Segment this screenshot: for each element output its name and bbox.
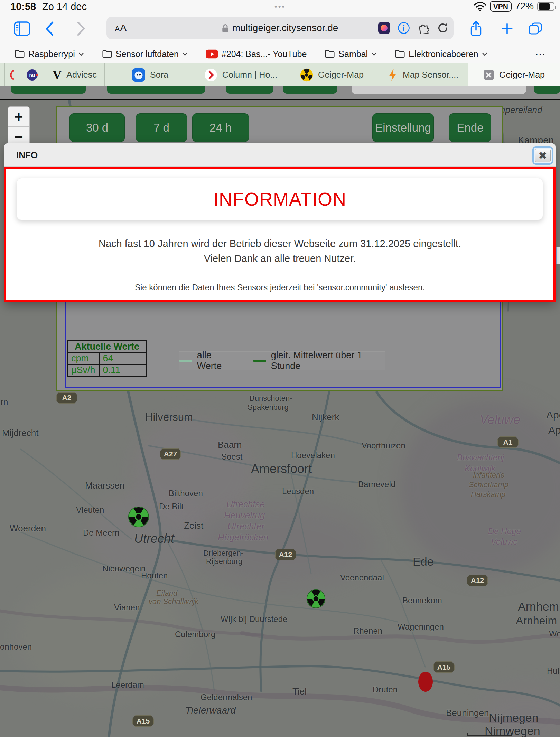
ende-button[interactable]: Ende [449, 113, 491, 142]
favorite-item-4[interactable]: Elektronicaboeren [395, 49, 487, 59]
radiation-sensor-marker[interactable] [306, 589, 326, 608]
extensions-puzzle-icon[interactable] [418, 22, 429, 34]
favorites-more-button[interactable]: ⋯ [535, 48, 546, 60]
shutdown-message: Nach fast 10 Jahren wird der Betrieb die… [6, 236, 553, 266]
battery-percent: 72% [515, 1, 534, 12]
favorite-item-1[interactable]: Sensor luftdaten [102, 49, 188, 59]
new-tab-icon[interactable] [501, 22, 514, 35]
24-h-button[interactable]: 24 h [192, 113, 249, 142]
30-d-button[interactable]: 30 d [69, 113, 125, 142]
map-label: Arnheim [516, 614, 557, 627]
extension-app-icon[interactable] [378, 22, 390, 34]
tab-overview-icon[interactable] [528, 22, 543, 35]
red-dot-marker[interactable] [418, 672, 433, 692]
tab-favicon-0[interactable] [0, 63, 4, 86]
page-top-strip [0, 86, 560, 99]
cut-button[interactable] [226, 86, 273, 94]
info-icon[interactable] [398, 22, 410, 34]
road-badge-a27: A27 [160, 448, 181, 460]
map-label: Infanterie [473, 471, 505, 480]
map-label: Veluwe [480, 413, 520, 427]
tab-adviesc[interactable]: VAdviesc [45, 63, 104, 86]
zoom-in-button[interactable]: + [8, 107, 29, 127]
sensor-community-note: Sie können die Daten Ihres Sensors jeder… [6, 283, 553, 292]
favorite-item-2[interactable]: #204: Bas...- YouTube [206, 49, 307, 59]
share-icon[interactable] [469, 20, 483, 37]
map-label: Ede [413, 555, 434, 568]
einstellung-button[interactable]: Einstellung [372, 113, 434, 142]
map-label: Woerden [10, 523, 46, 534]
tab-sora[interactable]: Sora [104, 63, 196, 86]
information-heading: INFORMATION [213, 188, 346, 210]
7-d-button[interactable]: 7 d [136, 113, 187, 142]
legend-label: gleit. Mittelwert über 1 Stunde [271, 350, 385, 371]
close-icon: ✖ [535, 149, 551, 162]
radiation-sensor-marker[interactable] [128, 506, 149, 528]
table-cell: cpm [67, 353, 99, 365]
map-label: Bilthoven [169, 489, 203, 498]
cut-button[interactable] [534, 86, 560, 94]
back-icon[interactable] [45, 21, 54, 36]
map-label: Heuvelrug [224, 510, 265, 521]
map-label: van Schalkwijk [149, 597, 198, 606]
tab-favicon-2[interactable]: nu [20, 63, 45, 86]
cut-button[interactable] [107, 86, 205, 94]
chevron-down-icon [182, 52, 188, 56]
sidebar-icon[interactable] [14, 21, 30, 36]
safari-chrome: 10:58 Zo 14 dec ••• VPN 72% [0, 0, 560, 86]
map-label: Utrechter [227, 521, 264, 532]
tab-map-sensor-[interactable]: Map Sensor.... [378, 63, 468, 86]
map-label: Driebergen- [203, 549, 243, 558]
road-badge-a1: A1 [497, 436, 519, 448]
map-label: onhoven [0, 642, 32, 652]
info-dialog-header[interactable]: INFO ✖ [4, 143, 556, 167]
map-label: Spakenburg [248, 403, 289, 412]
legend-label: alle Werte [197, 350, 235, 371]
battery-icon [537, 2, 554, 11]
legend-dash [179, 360, 192, 362]
tab-column-ho-[interactable]: Column | Ho... [196, 63, 286, 86]
tab-close-icon[interactable] [483, 69, 494, 81]
svg-text:nu: nu [29, 72, 35, 78]
info-dialog: INFO ✖ INFORMATION Nach fast 10 Jahren w… [4, 143, 556, 302]
ipad-safari-screenshot: KampereilandKampenrnMijdrechtHilversumBu… [0, 0, 560, 737]
information-banner: INFORMATION [17, 178, 543, 220]
tab-label: Geiger-Map [318, 70, 364, 80]
map-label: Utrechtse [226, 499, 265, 510]
cut-button[interactable] [11, 86, 86, 94]
map-label: De Bilt [159, 502, 184, 511]
address-bar[interactable]: AA multigeiger.citysensor.de [106, 17, 454, 39]
lock-icon [222, 23, 229, 33]
map-label: Veluwe [491, 537, 518, 547]
cut-button[interactable] [283, 86, 337, 94]
reload-icon[interactable] [437, 22, 449, 34]
current-values-table: Aktuelle Werte cpm64µSv/h0.11 [67, 340, 147, 377]
favorite-item-0[interactable]: Raspberrypi [15, 49, 84, 59]
tab-label: Adviesc [66, 70, 97, 80]
map-label: Bennekom [402, 596, 442, 605]
tab-label: Column | Ho... [222, 70, 277, 80]
map-label: Boswachterij [457, 453, 504, 462]
map-label: Druten [373, 685, 398, 695]
map-label: Leerdam [111, 680, 144, 690]
tab-favicon-1[interactable] [4, 63, 20, 86]
tab-geiger-map[interactable]: Geiger-Map [286, 63, 378, 86]
favorite-item-3[interactable]: Sambal [325, 49, 377, 59]
nu-favicon: nu [26, 68, 39, 82]
map-label: Beuningen [446, 708, 489, 718]
map-label: Baarn [218, 440, 242, 450]
tab-label: Geiger-Map [499, 70, 545, 80]
column-chevron-favicon [204, 68, 217, 82]
close-button[interactable]: ✖ [532, 146, 553, 165]
chevron-down-icon [371, 52, 377, 56]
table-row: µSv/h0.11 [67, 365, 147, 376]
forward-icon[interactable] [77, 21, 86, 36]
cut-input[interactable] [352, 86, 526, 94]
map-label: Nijmegen [489, 711, 539, 725]
favorite-label: Raspberrypi [28, 49, 75, 59]
tab-geiger-map[interactable]: Geiger-Map [468, 63, 560, 86]
map-label: Mijdrecht [2, 428, 38, 438]
favorite-label: Elektronicaboeren [409, 49, 478, 59]
map-label: Zeist [184, 520, 203, 531]
road-badge-a2: A2 [56, 392, 77, 404]
